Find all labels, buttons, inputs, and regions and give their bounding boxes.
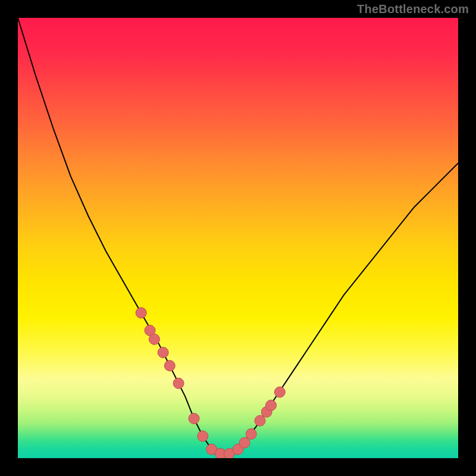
watermark-text: TheBottleneck.com xyxy=(357,2,469,16)
data-point xyxy=(149,334,159,345)
data-point xyxy=(158,347,168,358)
chart-frame: TheBottleneck.com xyxy=(0,0,476,476)
data-point xyxy=(198,431,208,441)
data-point xyxy=(164,361,175,371)
data-point xyxy=(173,378,184,389)
data-point xyxy=(136,308,146,318)
data-point xyxy=(239,437,250,448)
data-point xyxy=(266,400,277,411)
data-point xyxy=(246,428,256,439)
data-point xyxy=(274,387,285,397)
chart-svg xyxy=(18,18,458,458)
bottleneck-curve xyxy=(18,18,458,454)
data-point xyxy=(189,413,199,424)
plot-area xyxy=(18,18,458,458)
data-point xyxy=(255,415,265,426)
